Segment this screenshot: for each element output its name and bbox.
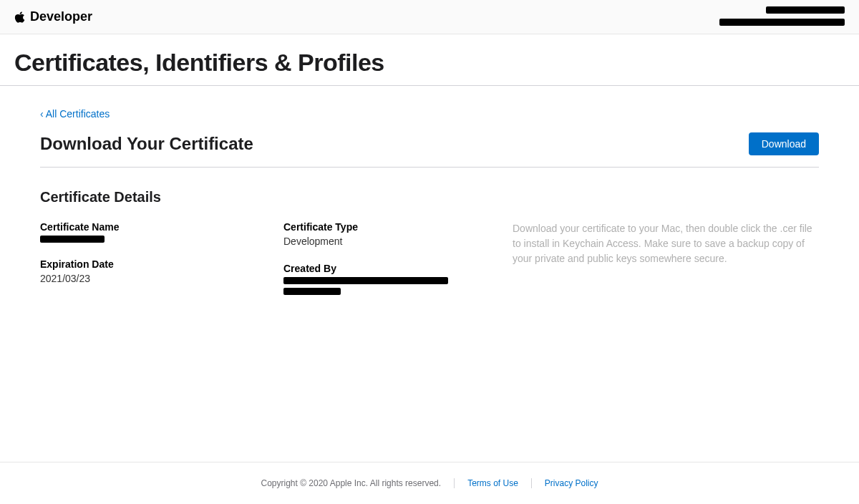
details-grid: Certificate Name Expiration Date 2021/03… [40, 221, 819, 311]
footer-divider [454, 478, 455, 488]
created-by-field: Created By [283, 263, 484, 295]
expiration-date-field: Expiration Date 2021/03/23 [40, 258, 255, 284]
apple-logo-icon [14, 11, 26, 24]
certificate-details-heading: Certificate Details [40, 189, 819, 205]
section-title: Download Your Certificate [40, 134, 253, 154]
expiration-date-value: 2021/03/23 [40, 273, 255, 284]
account-team [719, 17, 845, 29]
section-header: Download Your Certificate Download [40, 132, 819, 168]
top-nav: Developer [0, 0, 859, 34]
certificate-type-label: Certificate Type [283, 221, 484, 233]
footer-copyright: Copyright © 2020 Apple Inc. All rights r… [261, 478, 441, 488]
brand[interactable]: Developer [14, 9, 92, 24]
expiration-date-label: Expiration Date [40, 258, 255, 270]
account-info[interactable] [719, 5, 845, 29]
details-col-mid: Certificate Type Development Created By [283, 221, 484, 311]
footer: Copyright © 2020 Apple Inc. All rights r… [0, 462, 859, 504]
footer-terms-link[interactable]: Terms of Use [467, 478, 518, 488]
help-text: Download your certificate to your Mac, t… [513, 221, 819, 266]
details-col-right: Download your certificate to your Mac, t… [513, 221, 819, 311]
certificate-type-value: Development [283, 236, 484, 247]
details-col-left: Certificate Name Expiration Date 2021/03… [40, 221, 255, 311]
brand-text: Developer [30, 9, 92, 24]
certificate-name-value [40, 236, 255, 243]
created-by-label: Created By [283, 263, 484, 274]
account-name [719, 5, 845, 17]
footer-privacy-link[interactable]: Privacy Policy [545, 478, 598, 488]
created-by-value [283, 277, 484, 295]
back-all-certificates-link[interactable]: ‹ All Certificates [40, 108, 110, 120]
certificate-name-field: Certificate Name [40, 221, 255, 243]
certificate-name-label: Certificate Name [40, 221, 255, 233]
page-title: Certificates, Identifiers & Profiles [14, 49, 845, 77]
main-content: ‹ All Certificates Download Your Certifi… [0, 86, 859, 462]
footer-divider [531, 478, 532, 488]
download-button[interactable]: Download [749, 132, 819, 155]
page-title-wrap: Certificates, Identifiers & Profiles [0, 34, 859, 86]
certificate-type-field: Certificate Type Development [283, 221, 484, 247]
